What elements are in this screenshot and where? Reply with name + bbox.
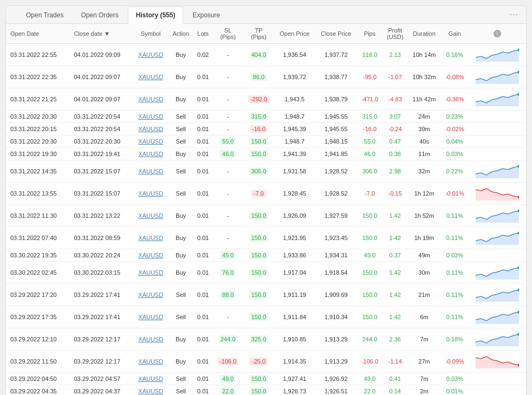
col-chart: i	[469, 24, 526, 44]
lots: 0.01	[193, 373, 212, 385]
close-price: 1,938.77	[315, 66, 357, 88]
duration: 2m	[407, 385, 440, 396]
close-price: 1,945.55	[315, 123, 357, 135]
open-price: 1,943.5	[274, 88, 315, 111]
symbol[interactable]: XAUUSD	[133, 135, 168, 148]
symbol-link[interactable]: XAUUSD	[138, 126, 163, 132]
lots: 0.01	[193, 111, 212, 123]
col-open-date: Open Date	[6, 24, 69, 44]
sl-badge: -106.0	[217, 358, 238, 365]
close-price: 1,945.55	[315, 111, 357, 123]
symbol[interactable]: XAUUSD	[133, 385, 168, 396]
tab-history[interactable]: History (555)	[128, 7, 184, 24]
tp-badge: -25.0	[250, 358, 268, 365]
symbol-link[interactable]: XAUUSD	[138, 74, 163, 80]
symbol-link[interactable]: XAUUSD	[138, 292, 163, 298]
table-row: 03.31.2022 07:40 03.31.2022 08:59 XAUUSD…	[6, 227, 526, 249]
symbol[interactable]: XAUUSD	[133, 227, 168, 249]
symbol-link[interactable]: XAUUSD	[138, 336, 163, 342]
symbol[interactable]: XAUUSD	[133, 44, 168, 66]
symbol[interactable]: XAUUSD	[133, 148, 168, 160]
open-date: 03.31.2022 20:15	[6, 123, 69, 135]
profit: 1.42	[382, 284, 407, 306]
sparkline-cell	[469, 284, 526, 306]
action: Buy	[168, 227, 193, 249]
symbol-link[interactable]: XAUUSD	[138, 358, 163, 365]
more-options-button[interactable]: ···	[507, 8, 522, 22]
open-date: 03.31.2022 19:30	[6, 148, 69, 160]
profit: 2.36	[382, 328, 407, 351]
symbol-link[interactable]: XAUUSD	[138, 138, 163, 145]
sl-badge: 46.0	[220, 150, 236, 158]
close-date: 03.31.2022 20:54	[69, 123, 133, 135]
symbol-link[interactable]: XAUUSD	[138, 388, 163, 394]
symbol-link[interactable]: XAUUSD	[138, 151, 163, 157]
symbol-link[interactable]: XAUUSD	[138, 314, 163, 320]
sl-value: 55.0	[212, 135, 243, 148]
table-row: 03.31.2022 21:25 04.01.2022 09:07 XAUUSD…	[6, 88, 526, 111]
info-icon[interactable]: i	[494, 30, 501, 37]
symbol[interactable]: XAUUSD	[133, 249, 168, 262]
symbol[interactable]: XAUUSD	[133, 351, 168, 373]
open-price: 1,926.73	[274, 385, 315, 396]
tab-exposure[interactable]: Exposure	[184, 7, 228, 24]
tp-value: 150.0	[243, 284, 274, 306]
symbol[interactable]: XAUUSD	[133, 205, 168, 227]
profit: 1.42	[382, 306, 407, 328]
duration: 32m	[407, 160, 440, 183]
tp-badge: 404.0	[249, 51, 269, 59]
symbol[interactable]: XAUUSD	[133, 262, 168, 284]
symbol[interactable]: XAUUSD	[133, 373, 168, 385]
action: Buy	[168, 205, 193, 227]
close-date: 03.29.2022 17:41	[69, 284, 133, 306]
symbol-link[interactable]: XAUUSD	[138, 269, 163, 276]
open-date: 03.29.2022 04:35	[6, 385, 69, 396]
pips: -471.0	[357, 88, 382, 111]
close-date: 03.29.2022 12:17	[69, 351, 133, 373]
table-row: 03.31.2022 22:55 04.01.2022 09:09 XAUUSD…	[6, 44, 526, 66]
tp-value: 315.0	[243, 111, 274, 123]
pips: 22.0	[357, 385, 382, 396]
symbol-link[interactable]: XAUUSD	[138, 212, 163, 219]
col-close-price: Close Price	[315, 24, 357, 44]
symbol[interactable]: XAUUSD	[133, 66, 168, 88]
tp-value: 150.0	[243, 373, 274, 385]
pips: 46.0	[357, 148, 382, 160]
symbol[interactable]: XAUUSD	[133, 123, 168, 135]
open-date: 03.30.2022 02:45	[6, 262, 69, 284]
close-price: 1,941.85	[315, 148, 357, 160]
symbol[interactable]: XAUUSD	[133, 183, 168, 205]
symbol-link[interactable]: XAUUSD	[138, 375, 163, 382]
tp-badge: 150.0	[249, 291, 269, 299]
open-date: 03.31.2022 21:25	[6, 88, 69, 111]
table-row: 03.30.2022 02:45 03.30.2022 03:15 XAUUSD…	[6, 262, 526, 284]
symbol-link[interactable]: XAUUSD	[138, 168, 163, 174]
tp-value: 325.0	[243, 328, 274, 351]
sparkline-cell	[469, 123, 526, 135]
sl-value: 45.0	[212, 249, 243, 262]
symbol-link[interactable]: XAUUSD	[138, 51, 163, 58]
lots: 0.01	[193, 249, 212, 262]
symbol-link[interactable]: XAUUSD	[138, 252, 163, 258]
symbol[interactable]: XAUUSD	[133, 111, 168, 123]
symbol-link[interactable]: XAUUSD	[138, 113, 163, 120]
sl-value: 22.0	[212, 385, 243, 396]
symbol-link[interactable]: XAUUSD	[138, 235, 163, 241]
close-date: 03.30.2022 03:15	[69, 262, 133, 284]
symbol[interactable]: XAUUSD	[133, 306, 168, 328]
symbol[interactable]: XAUUSD	[133, 284, 168, 306]
symbol-link[interactable]: XAUUSD	[138, 96, 163, 102]
open-price: 1,914.35	[274, 351, 315, 373]
open-date: 03.31.2022 22:35	[6, 66, 69, 88]
close-price: 1,934.31	[315, 249, 357, 262]
sparkline-cell	[469, 385, 526, 396]
symbol-link[interactable]: XAUUSD	[138, 190, 163, 197]
tab-open-orders[interactable]: Open Orders	[73, 7, 126, 24]
tp-badge: 150.0	[249, 313, 269, 321]
tab-open-trades[interactable]: Open Trades	[18, 7, 72, 24]
col-open-price: Open Price	[274, 24, 315, 44]
symbol[interactable]: XAUUSD	[133, 160, 168, 183]
symbol[interactable]: XAUUSD	[133, 88, 168, 111]
symbol[interactable]: XAUUSD	[133, 328, 168, 351]
open-price: 1,928.45	[274, 183, 315, 205]
